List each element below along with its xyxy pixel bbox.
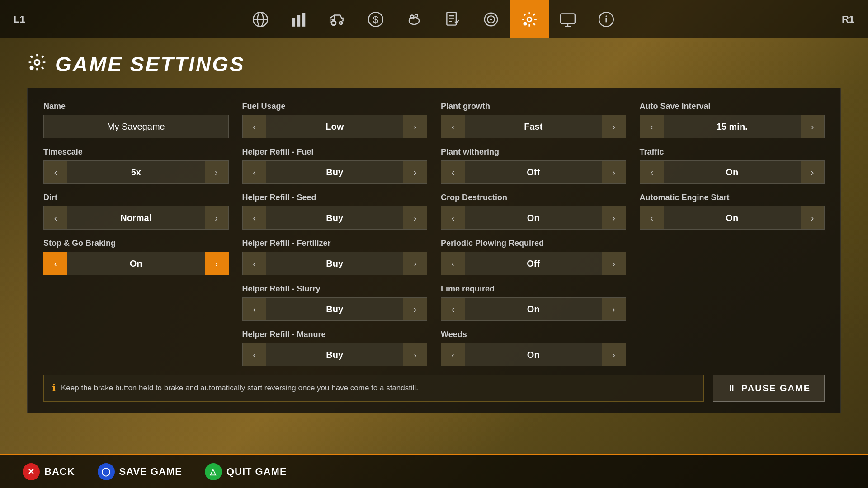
nav-icon-game-settings[interactable] bbox=[510, 0, 549, 38]
weeds-next-btn[interactable]: › bbox=[602, 343, 626, 366]
nav-icon-bar: $ bbox=[241, 0, 626, 38]
setting-traffic: Traffic ‹ On › bbox=[640, 147, 825, 184]
nav-icon-tractor[interactable] bbox=[318, 0, 357, 38]
svg-point-20 bbox=[528, 17, 532, 22]
svg-rect-4 bbox=[297, 15, 300, 26]
nav-icon-stats[interactable] bbox=[280, 0, 318, 38]
helper-fertilizer-prev-btn[interactable]: ‹ bbox=[243, 252, 266, 275]
bottom-bar: ✕ BACK ◯ SAVE GAME △ QUIT GAME bbox=[0, 454, 868, 488]
nav-icon-contracts[interactable] bbox=[434, 0, 472, 38]
svg-point-7 bbox=[340, 21, 342, 24]
info-box: ℹ Keep the brake button held to brake an… bbox=[43, 375, 704, 402]
pause-game-button[interactable]: ⏸ PAUSE GAME bbox=[713, 375, 825, 402]
setting-helper-slurry: Helper Refill - Slurry ‹ Buy › bbox=[242, 284, 428, 321]
setting-dirt-label: Dirt bbox=[43, 193, 229, 202]
setting-timescale-label: Timescale bbox=[43, 147, 229, 157]
auto-save-value: 15 min. bbox=[664, 122, 801, 132]
helper-seed-next-btn[interactable]: › bbox=[403, 206, 427, 229]
setting-weeds: Weeds ‹ On › bbox=[441, 330, 626, 366]
helper-manure-prev-btn[interactable]: ‹ bbox=[243, 343, 266, 366]
svg-point-12 bbox=[415, 14, 418, 17]
info-row: ℹ Keep the brake button held to brake an… bbox=[43, 375, 825, 402]
back-button[interactable]: ✕ BACK bbox=[23, 463, 75, 480]
helper-manure-next-btn[interactable]: › bbox=[403, 343, 427, 366]
stop-go-value: On bbox=[67, 258, 205, 269]
setting-name-label: Name bbox=[43, 102, 229, 111]
lime-required-next-btn[interactable]: › bbox=[602, 298, 626, 320]
helper-fertilizer-value: Buy bbox=[266, 258, 404, 269]
setting-lime-required-label: Lime required bbox=[441, 284, 626, 294]
setting-auto-save-label: Auto Save Interval bbox=[640, 102, 825, 111]
auto-save-next-btn[interactable]: › bbox=[801, 115, 824, 138]
stop-go-prev-btn[interactable]: ‹ bbox=[44, 252, 67, 275]
nav-r1-button[interactable]: R1 bbox=[842, 14, 854, 25]
traffic-next-btn[interactable]: › bbox=[801, 161, 824, 183]
fuel-usage-prev-btn[interactable]: ‹ bbox=[243, 115, 266, 138]
setting-periodic-plowing: Periodic Plowing Required ‹ Off › bbox=[441, 239, 626, 275]
nav-icon-display[interactable] bbox=[549, 0, 587, 38]
svg-point-6 bbox=[332, 21, 336, 25]
dirt-next-btn[interactable]: › bbox=[205, 206, 228, 229]
setting-name-input[interactable] bbox=[43, 115, 229, 138]
helper-seed-prev-btn[interactable]: ‹ bbox=[243, 206, 266, 229]
timescale-next-btn[interactable]: › bbox=[205, 161, 228, 183]
auto-engine-prev-btn[interactable]: ‹ bbox=[640, 206, 664, 229]
crop-destruction-next-btn[interactable]: › bbox=[602, 206, 626, 229]
nav-l1-button[interactable]: L1 bbox=[14, 14, 25, 25]
setting-auto-engine: Automatic Engine Start ‹ On › bbox=[640, 193, 825, 230]
lime-required-prev-btn[interactable]: ‹ bbox=[441, 298, 465, 320]
save-circle: ◯ bbox=[98, 463, 115, 480]
helper-fuel-next-btn[interactable]: › bbox=[403, 161, 427, 183]
crop-destruction-prev-btn[interactable]: ‹ bbox=[441, 206, 465, 229]
traffic-value: On bbox=[664, 167, 801, 178]
svg-rect-22 bbox=[561, 14, 575, 23]
setting-helper-manure-control: ‹ Buy › bbox=[242, 343, 428, 366]
save-game-button[interactable]: ◯ SAVE GAME bbox=[98, 463, 182, 480]
nav-icon-animals[interactable] bbox=[395, 0, 434, 38]
dirt-prev-btn[interactable]: ‹ bbox=[44, 206, 67, 229]
helper-fertilizer-next-btn[interactable]: › bbox=[403, 252, 427, 275]
dirt-value: Normal bbox=[67, 213, 205, 223]
setting-helper-seed: Helper Refill - Seed ‹ Buy › bbox=[242, 193, 428, 230]
setting-timescale-control: ‹ 5x › bbox=[43, 160, 229, 184]
nav-icon-globe[interactable] bbox=[241, 0, 280, 38]
traffic-prev-btn[interactable]: ‹ bbox=[640, 161, 664, 183]
nav-icon-money[interactable]: $ bbox=[357, 0, 395, 38]
setting-lime-required: Lime required ‹ On › bbox=[441, 284, 626, 321]
periodic-plowing-prev-btn[interactable]: ‹ bbox=[441, 252, 465, 275]
setting-helper-seed-control: ‹ Buy › bbox=[242, 206, 428, 230]
page-header-icon bbox=[27, 52, 47, 76]
fuel-usage-next-btn[interactable]: › bbox=[403, 115, 427, 138]
setting-dirt: Dirt ‹ Normal › bbox=[43, 193, 229, 230]
weeds-prev-btn[interactable]: ‹ bbox=[441, 343, 465, 366]
setting-auto-save: Auto Save Interval ‹ 15 min. › bbox=[640, 102, 825, 138]
plant-growth-next-btn[interactable]: › bbox=[602, 115, 626, 138]
plant-withering-prev-btn[interactable]: ‹ bbox=[441, 161, 465, 183]
top-navigation: L1 $ bbox=[0, 0, 868, 38]
stop-go-next-btn[interactable]: › bbox=[205, 252, 228, 275]
nav-icon-missions[interactable] bbox=[472, 0, 510, 38]
helper-fuel-prev-btn[interactable]: ‹ bbox=[243, 161, 266, 183]
nav-icon-info[interactable] bbox=[587, 0, 626, 38]
auto-engine-next-btn[interactable]: › bbox=[801, 206, 824, 229]
save-label: SAVE GAME bbox=[119, 466, 182, 478]
helper-slurry-prev-btn[interactable]: ‹ bbox=[243, 298, 266, 320]
setting-stop-go: Stop & Go Braking ‹ On › bbox=[43, 239, 229, 275]
setting-periodic-plowing-label: Periodic Plowing Required bbox=[441, 239, 626, 248]
setting-plant-growth: Plant growth ‹ Fast › bbox=[441, 102, 626, 138]
svg-text:$: $ bbox=[373, 14, 378, 25]
settings-grid: Name Timescale ‹ 5x › Traffic ‹ On › bbox=[43, 102, 825, 366]
setting-helper-manure-label: Helper Refill - Manure bbox=[242, 330, 428, 339]
quit-game-button[interactable]: △ QUIT GAME bbox=[205, 463, 287, 480]
timescale-prev-btn[interactable]: ‹ bbox=[44, 161, 67, 183]
plant-growth-prev-btn[interactable]: ‹ bbox=[441, 115, 465, 138]
periodic-plowing-next-btn[interactable]: › bbox=[602, 252, 626, 275]
plant-withering-next-btn[interactable]: › bbox=[602, 161, 626, 183]
quit-circle: △ bbox=[205, 463, 222, 480]
helper-slurry-next-btn[interactable]: › bbox=[403, 298, 427, 320]
auto-save-prev-btn[interactable]: ‹ bbox=[640, 115, 664, 138]
setting-helper-fuel: Helper Refill - Fuel ‹ Buy › bbox=[242, 147, 428, 184]
setting-helper-fuel-control: ‹ Buy › bbox=[242, 160, 428, 184]
plant-growth-value: Fast bbox=[465, 122, 602, 132]
setting-helper-fuel-label: Helper Refill - Fuel bbox=[242, 147, 428, 157]
